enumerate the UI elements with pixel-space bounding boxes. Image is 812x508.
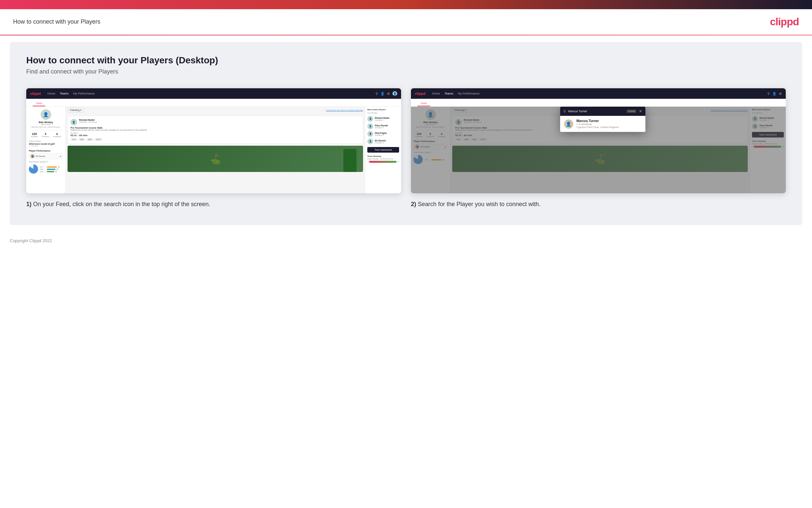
app-nav-icons-2: ⚲ 👤 ⚙ [767, 92, 782, 95]
search-dropdown: ⚲ Marcus Turner CLEAR ✕ 👤 Marcus Turner [560, 107, 646, 132]
app-content-2: 👤 Blair McHarg Golf Coach Mill Ride Golf… [411, 107, 786, 193]
nav-home-2[interactable]: Home [432, 92, 440, 95]
player-3-name: Hiral Pujara [375, 132, 387, 134]
stats-row: 129 Activities 3 Followers 4 [29, 130, 63, 137]
search-nav-icon[interactable]: ⚲ [376, 92, 378, 95]
activity-tags: OTT APP ARG PUTT [70, 138, 360, 141]
team-heatmap-section: Team Heatmap Player Quality · 20 Round T… [367, 155, 399, 163]
app-nav-icons: ⚲ 👤 ⚙ 👤 [376, 91, 397, 96]
search-result-club: Cypress Point Club, United Kingdom [577, 126, 619, 129]
nav-teams-2[interactable]: Teams [444, 92, 453, 95]
tag-putt: PUTT [94, 138, 102, 141]
dropdown-arrow: ▾ [60, 155, 61, 158]
player-4-acts: Activities: 1 [375, 142, 386, 144]
tag-arg: ARG [86, 138, 93, 141]
stat-followers-num: 3 [42, 132, 50, 135]
profile-avatar: 👤 [41, 109, 51, 120]
nav-performance-2[interactable]: My Performance [458, 92, 479, 95]
stat-followers-label: Followers [42, 135, 50, 137]
screenshot-block-1: clippd Home Teams My Performance ⚲ 👤 ⚙ 👤 [26, 88, 401, 209]
control-link[interactable]: Control who can see your activity and da… [326, 109, 363, 111]
profile-nav-icon[interactable]: 👤 [380, 92, 384, 95]
player-perf-title: Player Performance [29, 150, 63, 152]
feed-user-info: Richard Butler Yesterday · The Grove [79, 119, 97, 123]
feed-tab[interactable]: Feed [33, 101, 45, 106]
screenshot-inner-2: clippd Home Teams My Performance ⚲ 👤 ⚙ [411, 88, 786, 193]
main-heading: How to connect with your Players (Deskto… [26, 55, 786, 66]
close-search-button[interactable]: ✕ [639, 109, 642, 114]
settings-nav-icon[interactable]: ⚙ [387, 92, 390, 95]
app-logo-small: clippd [30, 92, 41, 95]
header: How to connect with your Players clippd [0, 9, 812, 35]
player-item-1: 👤 Richard Butler Activities: 7 [367, 116, 399, 122]
following-row: Following ▾ Control who can see your act… [67, 107, 363, 114]
step-2-text: Search for the Player you wish to connec… [418, 201, 540, 207]
latest-activity-label: Latest Activity [29, 140, 63, 142]
avatar-nav-icon[interactable]: 👤 [392, 91, 397, 96]
player-select[interactable]: 👤 Eli Vincent ▾ [29, 153, 63, 159]
tag-ott: OTT [70, 138, 78, 141]
quality-bars: OTT 79 APP 70 [40, 166, 60, 173]
step-1-description: 1) On your Feed, click on the search ico… [26, 200, 401, 209]
player-1-acts: Activities: 7 [375, 119, 390, 121]
feed-user-name: Richard Butler [79, 119, 97, 121]
app-nav-1: clippd Home Teams My Performance ⚲ 👤 ⚙ 👤 [26, 88, 401, 99]
main-subheading: Find and connect with your Players [26, 68, 786, 75]
player-1-info: Richard Butler Activities: 7 [375, 117, 390, 121]
app-content-1: 👤 Blair McHarg Golf Coach Mill Ride Golf… [26, 107, 401, 193]
quality-label: Total Player Quality ⓘ [29, 161, 63, 163]
app-nav-2: clippd Home Teams My Performance ⚲ 👤 ⚙ [411, 88, 786, 99]
player-item-2: 👤 Piers Parnell Activities: 4 [367, 123, 399, 129]
app-tab-bar-2: Feed [411, 99, 786, 107]
nav-performance[interactable]: My Performance [73, 92, 95, 95]
stat-activities-num: 129 [31, 132, 38, 135]
profile-club: Mill Ride Golf Club, United Kingdom [29, 126, 63, 128]
search-nav-icon-2[interactable]: ⚲ [767, 92, 770, 95]
following-button[interactable]: Following ▾ [67, 108, 84, 113]
stat-activities: 129 Activities [31, 132, 38, 137]
selected-player-avatar: 👤 [31, 154, 35, 158]
stat-following-label: Following [53, 135, 61, 137]
heatmap-bar-container: -5 +5 [367, 161, 399, 163]
settings-nav-icon-2[interactable]: ⚙ [779, 92, 782, 95]
quality-score-circle: 84 [29, 164, 38, 174]
step-1-number: 1) [26, 201, 32, 207]
logo: clippd [770, 16, 799, 28]
step-2-number: 2) [411, 201, 416, 207]
bar-ott: OTT 79 [40, 166, 60, 168]
search-result-info: Marcus Turner 1.5 Handicap Cypress Point… [577, 119, 619, 129]
most-active-title: Most Active Players [367, 109, 399, 111]
nav-teams[interactable]: Teams [60, 92, 68, 95]
step-2-description: 2) Search for the Player you wish to con… [411, 200, 786, 209]
search-input-value[interactable]: Marcus Turner [568, 110, 624, 113]
app-nav-items-2: Home Teams My Performance [432, 92, 479, 95]
search-result[interactable]: 👤 Marcus Turner 1.5 Handicap Cypress Poi… [560, 116, 646, 132]
screenshot-mockup-1: clippd Home Teams My Performance ⚲ 👤 ⚙ 👤 [26, 88, 401, 193]
app-layout-2: clippd Home Teams My Performance ⚲ 👤 ⚙ [411, 88, 786, 193]
player-performance-section: Player Performance 👤 Eli Vincent ▾ Total… [29, 150, 63, 174]
app-nav-items: Home Teams My Performance [47, 92, 95, 95]
player-1-avatar: 👤 [367, 116, 373, 122]
player-3-acts: Activities: 3 [375, 134, 387, 136]
stat-following: 4 Following [53, 132, 61, 137]
clear-button[interactable]: CLEAR [627, 110, 636, 113]
profile-name: Blair McHarg [29, 121, 63, 123]
right-panel: Most Active Players Last 30 days 👤 Richa… [365, 107, 401, 193]
latest-activity-date: 27 Jul 2022 [29, 145, 63, 147]
header-title: How to connect with your Players [13, 18, 100, 25]
profile-role: Golf Coach [29, 123, 63, 125]
feed-tab-2[interactable]: Feed [418, 101, 430, 106]
profile-nav-icon-2[interactable]: 👤 [772, 92, 776, 95]
selected-player-name: Eli Vincent [36, 155, 45, 157]
top-bar [0, 0, 812, 9]
nav-home[interactable]: Home [47, 92, 55, 95]
app-logo-2: clippd [415, 92, 425, 95]
footer: Copyright Clippd 2022 [0, 232, 812, 250]
team-dashboard-button[interactable]: Team Dashboard [367, 147, 399, 153]
player-item-3: 👤 Hiral Pujara Activities: 3 [367, 131, 399, 137]
search-magnifier-icon: ⚲ [563, 110, 566, 113]
feed-user-avatar: 👤 [70, 119, 77, 125]
search-result-handicap: 1.5 Handicap [577, 123, 619, 126]
stat-activities-label: Activities [31, 135, 38, 137]
player-4-name: Eli Vincent [375, 139, 386, 142]
